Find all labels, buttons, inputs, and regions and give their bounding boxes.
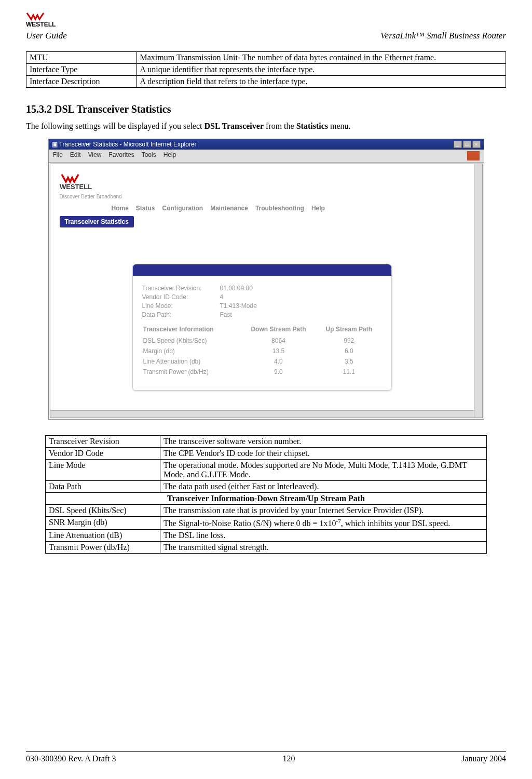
- router-nav: Home Status Configuration Maintenance Tr…: [60, 203, 465, 216]
- stats-row: DSL Speed (Kbits/Sec) 8064 992: [143, 336, 381, 345]
- path-value: Fast: [220, 311, 232, 318]
- table-row: MTUMaximum Transmission Unit- The number…: [26, 52, 506, 64]
- vendor-label: Vendor ID Code:: [142, 293, 220, 301]
- user-guide-label: User Guide: [26, 31, 67, 41]
- svg-text:WESTELL: WESTELL: [60, 183, 92, 191]
- stats-row: Line Attenuation (db) 4.0 3.5: [143, 357, 381, 366]
- info-row: Transceiver Revision: 01.00.09.00: [142, 285, 382, 292]
- browser-menu-bar: File Edit View Favorites Tools Help: [49, 150, 484, 163]
- panel-body: Transceiver Revision: 01.00.09.00 Vendor…: [133, 276, 391, 390]
- definitions-table-1: MTUMaximum Transmission Unit- The number…: [26, 51, 506, 88]
- rev-value: 01.00.09.00: [220, 285, 253, 292]
- nav-help[interactable]: Help: [311, 205, 325, 212]
- nav-configuration[interactable]: Configuration: [162, 205, 203, 212]
- menu-help[interactable]: Help: [163, 151, 176, 160]
- window-controls: _ □ ×: [454, 141, 481, 148]
- vertical-scrollbar[interactable]: [474, 164, 482, 418]
- browser-titlebar: ▣ Transceiver Statistics - Microsoft Int…: [49, 139, 484, 150]
- info-row: Line Mode: T1.413-Mode: [142, 302, 382, 310]
- browser-content: WESTELL Discover Better Broadband Home S…: [50, 164, 483, 418]
- maximize-icon[interactable]: □: [463, 141, 471, 148]
- menu-file[interactable]: File: [53, 151, 63, 160]
- table-row: Line Attenuation (dB)The DSL line loss.: [46, 530, 487, 542]
- info-row: Data Path: Fast: [142, 311, 382, 318]
- table-row: Interface TypeA unique identifier that r…: [26, 64, 506, 76]
- product-title: VersaLink™ Small Business Router: [380, 31, 506, 41]
- info-row: Vendor ID Code: 4: [142, 293, 382, 301]
- vendor-value: 4: [220, 293, 224, 301]
- definitions-table-2: Transceiver RevisionThe transceiver soft…: [45, 435, 487, 554]
- router-page: WESTELL Discover Better Broadband Home S…: [50, 164, 474, 400]
- table-row: SNR Margin (db) The Signal-to-Noise Rati…: [46, 517, 487, 530]
- logo-area: WESTELL User Guide: [26, 10, 67, 41]
- stats-header-row: Transceiver Information Down Stream Path…: [143, 324, 381, 335]
- stats-row: Margin (db) 13.5 6.0: [143, 346, 381, 356]
- table-row: Transmit Power (db/Hz)The transmitted si…: [46, 542, 487, 554]
- menu-view[interactable]: View: [88, 151, 102, 160]
- section-heading: 15.3.2 DSL Transceiver Statistics: [26, 103, 506, 115]
- nav-troubleshooting[interactable]: Troubleshooting: [255, 205, 304, 212]
- page-footer: 030-300390 Rev. A Draft 3 120 January 20…: [26, 751, 506, 763]
- nav-maintenance[interactable]: Maintenance: [210, 205, 248, 212]
- svg-text:WESTELL: WESTELL: [26, 21, 56, 28]
- mode-value: T1.413-Mode: [220, 302, 257, 310]
- table-row: Transceiver RevisionThe transceiver soft…: [46, 436, 487, 448]
- subnav-tab-transceiver[interactable]: Transceiver Statistics: [60, 216, 134, 227]
- mode-label: Line Mode:: [142, 302, 220, 310]
- embedded-screenshot: ▣ Transceiver Statistics - Microsoft Int…: [48, 139, 484, 420]
- table-row: Data PathThe data path used (either Fast…: [46, 481, 487, 493]
- footer-revision: 030-300390 Rev. A Draft 3: [26, 754, 116, 763]
- menu-favorites[interactable]: Favorites: [108, 151, 134, 160]
- table-row: Vendor ID CodeThe CPE Vendor's ID code f…: [46, 448, 487, 460]
- stats-row: Transmit Power (db/Hz) 9.0 11.1: [143, 367, 381, 377]
- footer-page-number: 120: [282, 754, 295, 763]
- ie-flag-icon: [467, 151, 480, 160]
- table-section-header: Transceiver Information-Down Stream/Up S…: [46, 493, 487, 505]
- table-row: Interface DescriptionA description field…: [26, 76, 506, 88]
- panel-header: [133, 264, 391, 276]
- page-header: WESTELL User Guide VersaLink™ Small Busi…: [26, 10, 506, 41]
- section-intro: The following settings will be displayed…: [26, 122, 506, 131]
- menu-tools[interactable]: Tools: [142, 151, 156, 160]
- westell-logo-icon: WESTELL: [26, 10, 67, 29]
- nav-status[interactable]: Status: [136, 205, 155, 212]
- horizontal-scrollbar[interactable]: [50, 410, 474, 418]
- nav-home[interactable]: Home: [112, 205, 129, 212]
- window-title: ▣ Transceiver Statistics - Microsoft Int…: [52, 141, 197, 148]
- col-up: Up Stream Path: [317, 324, 380, 335]
- table-row: Line ModeThe operational mode. Modes sup…: [46, 460, 487, 481]
- table-row: DSL Speed (Kbits/Sec)The transmission ra…: [46, 505, 487, 517]
- menu-edit[interactable]: Edit: [70, 151, 81, 160]
- minimize-icon[interactable]: _: [454, 141, 462, 148]
- stats-table: Transceiver Information Down Stream Path…: [142, 323, 382, 378]
- ie-icon: ▣: [52, 141, 58, 148]
- stats-panel: Transceiver Revision: 01.00.09.00 Vendor…: [132, 264, 392, 391]
- close-icon[interactable]: ×: [472, 141, 481, 148]
- router-logo-icon: WESTELL Discover Better Broadband: [60, 173, 465, 199]
- snr-desc: The Signal-to-Noise Ratio (S/N) where 0 …: [160, 517, 487, 530]
- tagline: Discover Better Broadband: [60, 194, 465, 199]
- col-down: Down Stream Path: [241, 324, 316, 335]
- rev-label: Transceiver Revision:: [142, 285, 220, 292]
- path-label: Data Path:: [142, 311, 220, 318]
- footer-date: January 2004: [461, 754, 506, 763]
- col-info: Transceiver Information: [143, 324, 240, 335]
